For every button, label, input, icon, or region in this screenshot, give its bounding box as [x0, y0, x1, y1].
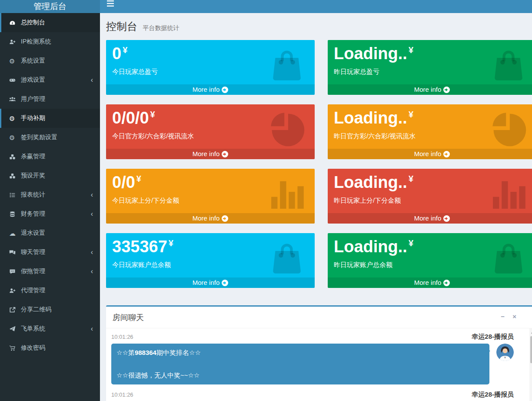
- sidebar-menu: 总控制台IP检测系统⚙系统设置游戏设置‹用户管理⚙手动补期⚙签到奖励设置杀赢管理…: [0, 13, 100, 358]
- sidebar-item[interactable]: IP检测系统: [0, 32, 100, 51]
- sidebar-item[interactable]: 假拖管理‹: [0, 262, 100, 281]
- stat-box-inner: 0/0¥今日玩家上分/下分金额: [106, 169, 315, 209]
- sidebar-item[interactable]: 报表统计‹: [0, 185, 100, 204]
- more-info-label: More info: [193, 214, 220, 222]
- stat-box: 0/0¥今日玩家上分/下分金额More info: [106, 169, 315, 224]
- stat-value: Loading..¥: [334, 173, 530, 192]
- chevron-left-icon: ‹: [91, 77, 93, 84]
- stat-box-inner: Loading..¥昨日玩家账户总余额: [328, 233, 532, 274]
- more-info-link[interactable]: More info: [328, 84, 532, 95]
- sidebar-item[interactable]: 用户管理: [0, 90, 100, 109]
- comments-icon: [9, 249, 21, 256]
- currency-symbol: ¥: [150, 110, 155, 119]
- stat-label: 昨日玩家总盈亏: [334, 68, 530, 76]
- gear-icon: ⚙: [9, 134, 21, 141]
- arrow-circle-right-icon: [222, 150, 228, 157]
- sidebar-item-label: 预设开奖: [21, 172, 45, 180]
- sidebar-item[interactable]: 飞单系统‹: [0, 319, 100, 338]
- message-bubble: ☆☆第988364期中奖排名☆☆ ☆☆很遗憾，无人中奖~~☆☆: [111, 344, 489, 384]
- sidebar-item-label: 杀赢管理: [21, 153, 45, 160]
- chat-title: 房间聊天: [113, 313, 144, 322]
- sidebar-item-label: 修改密码: [21, 344, 45, 352]
- more-info-link[interactable]: More info: [106, 213, 315, 224]
- stat-box: Loading..¥昨日玩家上分/下分金额More info: [328, 169, 532, 224]
- sidebar-item[interactable]: 修改密码: [0, 338, 100, 358]
- sidebar-item[interactable]: 分享二维码: [0, 300, 100, 319]
- sidebar-item[interactable]: 代理管理: [0, 281, 100, 300]
- sidebar-item[interactable]: 财务管理‹: [0, 204, 100, 224]
- more-info-link[interactable]: More info: [106, 84, 315, 95]
- users-icon: [9, 96, 21, 103]
- currency-symbol: ¥: [409, 238, 413, 248]
- stat-box: 0¥今日玩家总盈亏More info: [106, 40, 315, 95]
- stat-box-inner: 0/0/0¥今日官方彩/六合彩/视讯流水: [106, 104, 315, 145]
- main-content: 控制台 平台数据统计 0¥今日玩家总盈亏More info0/0/0¥今日官方彩…: [100, 13, 532, 401]
- more-info-link[interactable]: More info: [106, 149, 315, 159]
- user-plus-icon: [9, 287, 21, 294]
- brand-logo[interactable]: 管理后台: [0, 0, 100, 13]
- arrow-circle-right-icon: [222, 279, 228, 285]
- minimize-button[interactable]: −: [501, 313, 505, 320]
- more-info-link[interactable]: More info: [106, 277, 315, 288]
- navbar: [100, 0, 532, 13]
- chat-messages: 10:01:26幸运28-播报员☆☆第988364期中奖排名☆☆ ☆☆很遗憾，无…: [111, 333, 514, 401]
- sidebar-item-label: 手动补期: [21, 114, 45, 122]
- chat-body: 10:01:26幸运28-播报员☆☆第988364期中奖排名☆☆ ☆☆很遗憾，无…: [106, 328, 532, 401]
- sidebar-item-label: 飞单系统: [21, 325, 45, 333]
- chevron-left-icon: ‹: [91, 268, 93, 275]
- topbar: 管理后台: [0, 0, 532, 13]
- more-info-label: More info: [193, 86, 220, 93]
- stat-value: 335367¥: [112, 237, 309, 257]
- paper-plane-icon: [9, 326, 21, 332]
- stat-label: 昨日玩家账户总余额: [334, 261, 530, 269]
- stat-box-inner: Loading..¥昨日玩家上分/下分金额: [328, 169, 532, 209]
- close-button[interactable]: ×: [512, 313, 516, 320]
- more-info-link[interactable]: More info: [328, 149, 532, 159]
- stat-box-inner: Loading..¥昨日玩家总盈亏: [328, 40, 532, 80]
- stat-value: Loading..¥: [334, 109, 530, 128]
- more-info-link[interactable]: More info: [328, 213, 532, 224]
- sidebar-item[interactable]: 总控制台: [0, 13, 100, 32]
- sidebar-item[interactable]: ⚙手动补期: [0, 109, 100, 128]
- stat-box: Loading..¥昨日玩家账户总余额More info: [328, 233, 532, 288]
- more-info-label: More info: [414, 214, 442, 222]
- sidebar-item[interactable]: 游戏设置‹: [0, 70, 100, 90]
- arrow-circle-right-icon: [222, 86, 228, 92]
- sidebar-item[interactable]: ⚙系统设置: [0, 51, 100, 70]
- more-info-label: More info: [193, 279, 220, 286]
- currency-symbol: ¥: [136, 174, 141, 184]
- stat-label: 今日玩家账户总余额: [112, 261, 309, 269]
- sidebar-item-label: 财务管理: [21, 210, 45, 218]
- more-info-link[interactable]: More info: [328, 277, 532, 288]
- scrollbar-thumb[interactable]: [530, 336, 532, 363]
- stat-label: 今日玩家上分/下分金额: [112, 197, 309, 205]
- chat-scrollbar[interactable]: [529, 328, 532, 401]
- sidebar-item-label: 假拖管理: [21, 267, 45, 275]
- sidebar-item[interactable]: ☁退水设置: [0, 224, 100, 243]
- sidebar-item[interactable]: 预设开奖: [0, 166, 100, 185]
- stat-box: 0/0/0¥今日官方彩/六合彩/视讯流水More info: [106, 104, 315, 159]
- message-timestamp: 10:01:26: [111, 391, 133, 398]
- sidebar-item[interactable]: 聊天管理‹: [0, 243, 100, 262]
- chat-message: 10:01:26幸运28-播报员第 988364 期开奖号码: [111, 391, 514, 401]
- message-timestamp: 10:01:26: [111, 334, 133, 340]
- stat-value: Loading..¥: [334, 44, 530, 63]
- sidebar-item[interactable]: 杀赢管理: [0, 147, 100, 166]
- stat-box-inner: Loading..¥昨日官方彩/六合彩/视讯流水: [328, 104, 532, 145]
- chevron-left-icon: ‹: [91, 325, 93, 332]
- stat-box-inner: 0¥今日玩家总盈亏: [106, 40, 315, 80]
- arrow-circle-right-icon: [443, 214, 450, 221]
- more-info-label: More info: [414, 150, 442, 157]
- stat-label: 昨日玩家上分/下分金额: [334, 197, 530, 205]
- hamburger-menu-icon[interactable]: [107, 0, 114, 7]
- stat-box-inner: 335367¥今日玩家账户总余额: [106, 233, 315, 274]
- stat-column-yesterday: Loading..¥昨日玩家总盈亏More infoLoading..¥昨日官方…: [328, 40, 532, 297]
- stat-value: 0/0/0¥: [112, 109, 309, 128]
- chevron-left-icon: ‹: [91, 211, 93, 217]
- sidebar-item-label: 代理管理: [21, 287, 45, 294]
- chat-message: 10:01:26幸运28-播报员☆☆第988364期中奖排名☆☆ ☆☆很遗憾，无…: [111, 333, 514, 384]
- sidebar-item[interactable]: ⚙签到奖励设置: [0, 128, 100, 147]
- room-chat-panel: 房间聊天 − × 10:01:26幸运28-播报员☆☆第988364期中奖排名☆…: [106, 305, 532, 401]
- message-sender: 幸运28-播报员: [472, 333, 514, 341]
- stat-boxes-row: 0¥今日玩家总盈亏More info0/0/0¥今日官方彩/六合彩/视讯流水Mo…: [106, 40, 532, 297]
